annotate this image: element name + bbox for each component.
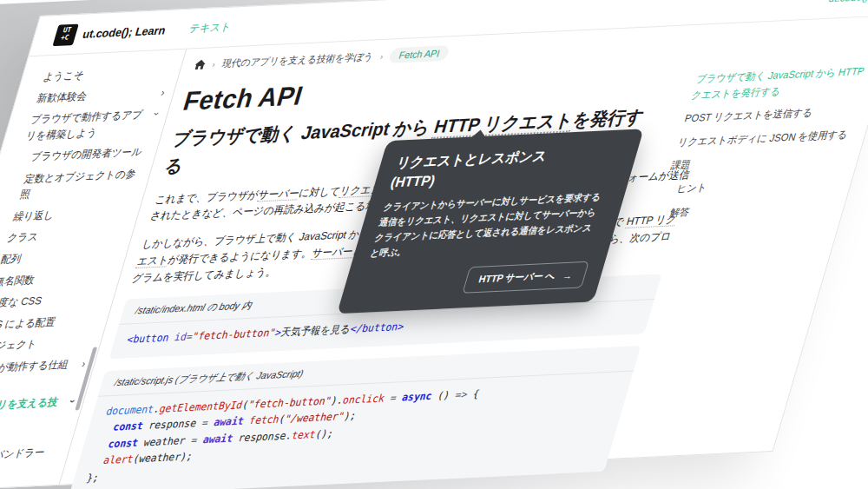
sidebar-item-label: オブジェクト [0,334,96,355]
sidebar-item[interactable]: ブラウザで動作するアプリを構築しよう› [23,103,164,147]
sidebar-item[interactable]: 現代のアプリを支える技術を学ぼう› [0,390,80,433]
code-token: await [201,433,234,446]
external-link-label: ut.code(); [827,0,868,4]
paragraph-text: に対して [298,185,342,199]
toc-item[interactable]: ブラウザで動く JavaScript から HTTP リクエストを発行する [689,63,868,103]
toc-item[interactable]: リクエストボディに JSON を使用する [675,126,864,150]
logo-line2: +C [60,35,69,43]
sidebar-item[interactable]: 定数とオブジェクトの参照 [6,162,147,206]
chevron-right-icon[interactable]: › [157,84,169,100]
external-site-link[interactable]: ut.code(); [827,0,868,4]
code-token: alert [102,453,135,466]
arrow-right-icon: → [562,270,574,281]
sidebar-item-label: ブラウザの開発者ツール [29,144,152,166]
utcode-logo[interactable]: UT +C [53,23,79,46]
nav-link-text[interactable]: テキスト [187,20,233,36]
sidebar-item-label: 現代のアプリを支える技術を学ぼう [0,393,66,431]
app-body: ようこそ新歓体験会›ブラウザで動作するアプリを構築しよう›ブラウザの開発者ツール… [0,16,868,489]
breadcrumb-separator: › [379,51,385,61]
code-token: <button [126,332,171,346]
code-token: </button> [349,320,405,335]
paragraph-text: これまで、ブラウザが [154,188,260,205]
breadcrumb-current-badge[interactable]: Fetch API [388,45,450,63]
sidebar-item[interactable]: モジュールバンドラー [0,441,65,469]
code-token: await [213,415,246,428]
code-token: 天気予報を見る [279,323,352,339]
app-window: UT +C ut.code(); Learn テキスト ut.code(); よ… [0,0,868,489]
sidebar-item-label: クラス [5,225,128,247]
code-token: onclick [341,392,386,406]
sidebar-item-label: CSS による配置 [0,312,103,334]
home-icon[interactable] [194,59,207,69]
brand-title[interactable]: ut.code(); Learn [82,23,168,40]
page-background: UT +C ut.code(); Learn テキスト ut.code(); よ… [0,0,868,489]
term-tooltip: リクエストとレスポンス (HTTP) クライアントからサーバーに対しサービスを要… [337,129,644,314]
glossary-term[interactable]: サーバー [256,187,300,202]
sidebar-item-label: 繰り返し [11,203,135,225]
code-token: weather [136,434,193,449]
toc-item[interactable]: 課題 [668,149,857,174]
code-token: fetch [247,413,280,426]
toc-item[interactable]: 解答 [655,196,844,221]
sidebar-item-label: 新歓体験会 [35,85,156,107]
code-token: }; [85,472,101,484]
code-token: (); [314,427,335,440]
code-token: (weather); [131,451,194,466]
breadcrumb-separator: › [211,59,216,69]
code-token: "/weather" [283,411,345,426]
toc-item[interactable]: POST リクエストを送信する [682,102,868,127]
code-block-js: /static/script.js (ブラウザ上で動く JavaScript) … [69,346,641,489]
sidebar-item-label: サーバーが動作する仕組み [0,356,77,393]
code-token: response. [231,429,293,444]
sidebar-item[interactable]: › [0,486,52,489]
breadcrumb-section[interactable]: 現代のアプリを支える技術を学ぼう [220,50,375,70]
tooltip-button-label: HTTP サーバー へ [477,270,556,287]
code-token: async [400,390,433,403]
sidebar-item-label: 定数とオブジェクトの参照 [18,166,146,203]
sidebar-item-label: 配列 [0,247,122,268]
code-token: const [107,437,140,450]
tooltip-title: リクエストとレスポンス (HTTP) [388,142,624,193]
code-token: response [141,417,204,432]
sidebar-item-label: 高度な CSS [0,290,109,312]
code-token: "fetch-button" [247,394,332,410]
code-token: document [105,403,156,417]
sidebar-item-label: 無名関数 [0,268,115,290]
paragraph-text: が発行できるようになります。 [167,247,314,266]
tooltip-body: クライアントからサーバーに対しサービスを要求する通信をリクエスト、リクエストに対… [368,189,610,261]
code-token: getElementById [158,399,244,414]
tooltip-button-row: HTTP サーバー へ → [358,261,589,299]
code-token: ); [342,410,358,422]
sidebar-item-label: ブラウザで動作するアプリを構築しよう [24,107,150,144]
chevron-down-icon[interactable]: › [148,109,166,119]
code-token: const [112,420,145,433]
sidebar-item-label: モジュールバンドラー [0,444,64,466]
tooltip-http-server-button[interactable]: HTTP サーバー へ → [462,261,589,294]
toc-item[interactable]: ヒント [662,173,851,197]
code-token: "fetch-button" [191,327,277,342]
code-token: { [465,387,481,400]
